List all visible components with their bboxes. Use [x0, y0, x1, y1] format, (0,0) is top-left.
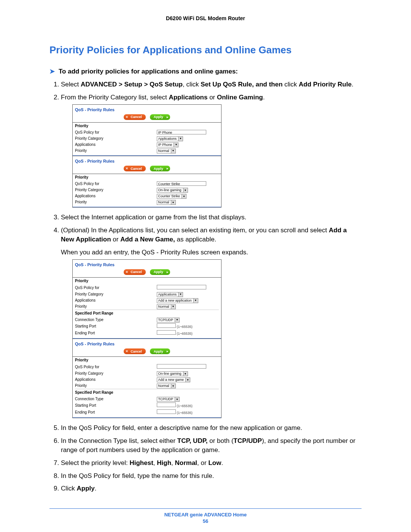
chevron-down-icon: ▼ — [171, 149, 175, 153]
chevron-down-icon: ▼ — [171, 200, 175, 204]
chevron-down-icon: ▼ — [185, 378, 190, 382]
lead-text: To add priority policies for application… — [59, 68, 238, 75]
policy-for-input[interactable] — [157, 285, 206, 289]
priority-select[interactable]: Normal▼ — [157, 304, 176, 309]
footer-text: NETGEAR genie ADVANCED Home — [49, 512, 362, 518]
conn-type-select[interactable]: TCP/UDP▼ — [157, 318, 180, 323]
qos-panel-add-app: QoS - Priority Rules Cancel Apply Priori… — [72, 259, 221, 339]
steps-list: Select ADVANCED > Setup > QoS Setup, cli… — [61, 80, 362, 493]
step-3: Select the Internet application or game … — [61, 213, 362, 222]
cancel-button[interactable]: Cancel — [124, 114, 146, 120]
end-port-input[interactable] — [157, 330, 176, 335]
step-2: From the Priority Category list, select … — [61, 93, 362, 208]
priority-select[interactable]: Normal▼ — [157, 383, 176, 388]
chevron-down-icon: ▼ — [171, 384, 175, 388]
cancel-button[interactable]: Cancel — [124, 166, 146, 171]
chevron-down-icon: ▼ — [182, 194, 186, 198]
qos-panel-applications: QoS - Priority Rules Cancel Apply Priori… — [72, 104, 221, 156]
chevron-down-icon: ▼ — [183, 188, 188, 192]
cancel-button[interactable]: Cancel — [124, 348, 146, 354]
end-port-input[interactable] — [157, 409, 176, 414]
apply-button[interactable]: Apply — [150, 348, 170, 354]
applications-select[interactable]: IP Phone▼ — [157, 142, 179, 147]
panel-title: QoS - Priority Rules — [73, 260, 221, 268]
start-port-input[interactable] — [157, 323, 176, 328]
chevron-down-icon: ▼ — [193, 299, 198, 303]
instruction-lead: ➤ To add priority policies for applicati… — [49, 67, 362, 75]
qos-panel-gaming: QoS - Priority Rules Cancel Apply Priori… — [72, 156, 221, 208]
applications-select[interactable]: Add a new game▼ — [157, 377, 191, 382]
section-title: Priority Policies for Applications and O… — [49, 44, 362, 56]
step-1: Select ADVANCED > Setup > QoS Setup, cli… — [61, 80, 362, 89]
policy-for-input[interactable] — [157, 364, 206, 369]
page-number: 56 — [49, 518, 362, 524]
conn-type-select[interactable]: TCP/UDP▼ — [157, 397, 180, 402]
cancel-button[interactable]: Cancel — [124, 269, 146, 275]
policy-for-input[interactable]: Counter Strike — [157, 181, 206, 186]
chevron-down-icon: ▼ — [178, 137, 183, 141]
chevron-down-icon: ▼ — [175, 397, 179, 401]
chevron-down-icon: ▼ — [175, 318, 179, 322]
arrow-icon: ➤ — [49, 67, 55, 75]
category-select[interactable]: On-line gaming▼ — [157, 371, 188, 376]
category-select[interactable]: Applications▼ — [157, 292, 183, 297]
step-7: Select the priority level: Highest, High… — [61, 459, 362, 468]
chevron-down-icon: ▼ — [183, 372, 188, 376]
apply-button[interactable]: Apply — [150, 166, 170, 171]
qos-panel-add-game: QoS - Priority Rules Cancel Apply Priori… — [72, 339, 221, 418]
step-9: Click Apply. — [61, 484, 362, 493]
priority-section-head: Priority — [73, 122, 221, 129]
applications-select[interactable]: Add a new application▼ — [157, 298, 198, 303]
priority-select[interactable]: Normal▼ — [157, 200, 176, 205]
policy-for-input[interactable]: IP Phone — [157, 130, 206, 134]
step-8: In the QoS Policy for field, type the na… — [61, 471, 362, 481]
panel-title: QoS - Priority Rules — [73, 339, 221, 348]
step-4: (Optional) In the Applications list, you… — [61, 226, 362, 418]
footer-rule — [49, 508, 362, 509]
chevron-down-icon: ▼ — [171, 305, 175, 309]
step-5: In the QoS Policy for field, enter a des… — [61, 423, 362, 433]
apply-button[interactable]: Apply — [150, 114, 170, 120]
category-select[interactable]: On-line gaming▼ — [157, 188, 188, 193]
apply-button[interactable]: Apply — [150, 269, 170, 275]
priority-section-head: Priority — [73, 174, 221, 181]
priority-select[interactable]: Normal▼ — [157, 149, 176, 153]
panel-title: QoS - Priority Rules — [73, 105, 221, 113]
chevron-down-icon: ▼ — [178, 292, 183, 297]
applications-select[interactable]: Counter Strike▼ — [157, 194, 187, 199]
start-port-input[interactable] — [157, 403, 176, 407]
document-header: D6200 WiFi DSL Modem Router — [49, 15, 362, 21]
category-select[interactable]: Applications▼ — [157, 136, 183, 141]
panel-title: QoS - Priority Rules — [73, 156, 221, 165]
step-6: In the Connection Type list, select eith… — [61, 436, 362, 455]
chevron-down-icon: ▼ — [174, 143, 178, 147]
